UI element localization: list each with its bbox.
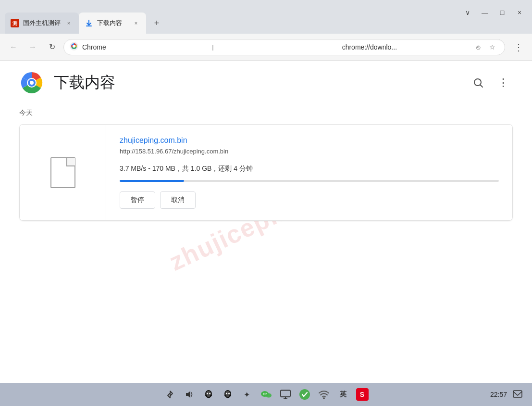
svg-point-32 xyxy=(299,389,310,400)
page-title: 下载内容 xyxy=(54,72,115,93)
window-controls: ∨ — □ × xyxy=(461,6,526,19)
svg-point-33 xyxy=(323,397,325,399)
navigation-bar: ← → ↻ Chrome | chrome://downlo... ⎋ ☆ ⋮ xyxy=(0,34,532,61)
reload-button[interactable]: ↻ xyxy=(44,39,60,55)
page-header-left: 下载内容 xyxy=(19,70,115,95)
chevron-down-button[interactable]: ∨ xyxy=(461,6,474,19)
svg-text:测: 测 xyxy=(12,21,17,26)
svg-rect-29 xyxy=(281,390,290,397)
taskbar: ✦ 英 S xyxy=(0,383,532,406)
forward-button[interactable]: → xyxy=(25,39,40,55)
notification-button[interactable] xyxy=(511,388,524,401)
svg-line-10 xyxy=(481,85,483,88)
svg-marker-11 xyxy=(186,391,190,398)
tab1-close[interactable]: × xyxy=(64,19,73,27)
svg-point-14 xyxy=(207,393,208,394)
language-icon[interactable]: 英 xyxy=(336,387,350,402)
file-icon-area xyxy=(20,125,106,220)
svg-point-28 xyxy=(266,393,272,398)
share-button[interactable]: ⎋ xyxy=(472,41,484,53)
page-header-actions: ⋮ xyxy=(469,73,513,92)
tab2-close[interactable]: × xyxy=(132,19,140,27)
address-url: chrome://downlo... xyxy=(342,43,468,51)
svg-point-22 xyxy=(224,395,226,396)
cancel-button[interactable]: 取消 xyxy=(160,191,196,209)
progress-bar-container xyxy=(120,180,499,182)
page-menu-button[interactable]: ⋮ xyxy=(494,73,513,92)
display-icon[interactable] xyxy=(278,387,293,402)
download-filename[interactable]: zhujiceping.com.bin xyxy=(120,136,499,145)
taskbar-right: 22:57 xyxy=(490,388,524,401)
svg-point-5 xyxy=(73,45,75,48)
close-window-button[interactable]: × xyxy=(513,6,526,19)
back-button[interactable]: ← xyxy=(6,39,21,55)
file-icon xyxy=(50,157,75,188)
svg-point-25 xyxy=(263,393,264,394)
download-actions: 暂停 取消 xyxy=(120,191,499,209)
page-header: 下载内容 ⋮ xyxy=(19,70,513,95)
qq2-icon[interactable] xyxy=(221,387,235,402)
pause-button[interactable]: 暂停 xyxy=(120,191,155,209)
svg-point-15 xyxy=(209,393,210,394)
download-url: http://158.51.96.67/zhujiceping.com.bin xyxy=(120,148,499,155)
volume-icon[interactable] xyxy=(182,387,197,402)
bluetooth-icon[interactable] xyxy=(163,387,177,402)
maximize-button[interactable]: □ xyxy=(495,6,509,19)
svg-point-20 xyxy=(226,393,227,394)
progress-bar-fill xyxy=(120,180,184,182)
svg-point-19 xyxy=(225,391,230,397)
wifi-icon[interactable] xyxy=(317,387,331,402)
address-separator: | xyxy=(212,43,338,51)
tab-1[interactable]: 测 国外主机测评 × xyxy=(5,13,79,34)
minimize-button[interactable]: — xyxy=(478,6,492,19)
search-icon xyxy=(473,77,483,88)
svg-point-23 xyxy=(229,395,231,396)
download-status: 3.7 MB/s - 170 MB，共 1.0 GB，还剩 4 分钟 xyxy=(120,165,499,173)
svg-point-16 xyxy=(205,395,207,396)
svg-point-13 xyxy=(206,391,211,397)
check-icon[interactable] xyxy=(297,387,312,402)
taskbar-time: 22:57 xyxy=(490,391,507,398)
download-card: zhujiceping.com.bin http://158.51.96.67/… xyxy=(19,124,513,221)
svg-point-21 xyxy=(228,393,230,394)
tab1-favicon: 测 xyxy=(11,19,19,27)
chrome-logo xyxy=(19,70,44,95)
address-actions: ⎋ ☆ xyxy=(472,41,499,53)
svg-point-26 xyxy=(264,393,265,394)
bookmark-button[interactable]: ☆ xyxy=(486,41,499,53)
search-icon-button[interactable] xyxy=(469,73,488,92)
figma-icon[interactable]: ✦ xyxy=(240,387,254,402)
browser-menu-button[interactable]: ⋮ xyxy=(511,39,526,55)
address-bar[interactable]: Chrome | chrome://downlo... ⎋ ☆ xyxy=(63,39,505,55)
page-content: zhujiceping.com 下载内容 xyxy=(0,61,532,383)
download-info: zhujiceping.com.bin http://158.51.96.67/… xyxy=(106,125,512,220)
tab1-title: 国外主机测评 xyxy=(23,19,61,27)
new-tab-button[interactable]: + xyxy=(148,14,165,32)
wechat-icon[interactable] xyxy=(259,387,273,402)
sogou-icon[interactable]: S xyxy=(355,387,370,402)
tab-2[interactable]: 下载内容 × xyxy=(79,13,146,34)
site-icon xyxy=(70,42,78,52)
qq1-icon[interactable] xyxy=(201,387,216,402)
tab2-title: 下载内容 xyxy=(97,19,128,27)
svg-point-17 xyxy=(210,395,212,396)
title-bar: 测 国外主机测评 × 下载内容 × + ∨ — □ × xyxy=(0,0,532,34)
date-section-label: 今天 xyxy=(19,109,513,117)
svg-point-8 xyxy=(30,81,34,85)
address-brand: Chrome xyxy=(82,43,208,51)
tab2-favicon xyxy=(85,19,93,27)
svg-rect-34 xyxy=(513,391,522,397)
